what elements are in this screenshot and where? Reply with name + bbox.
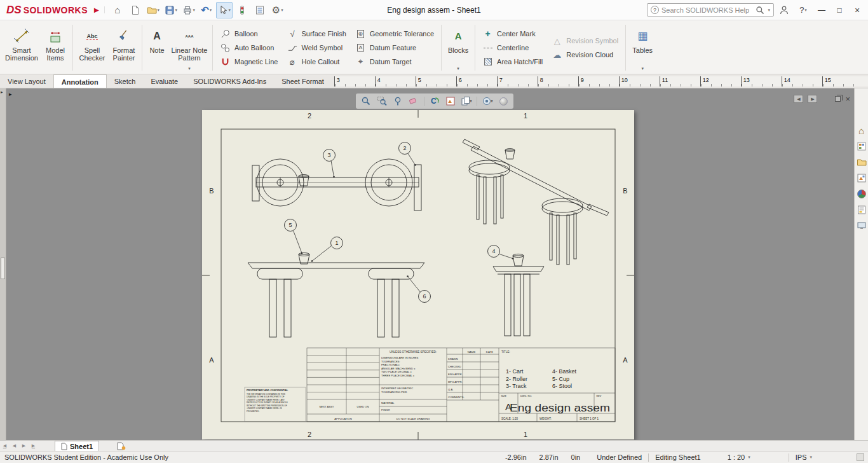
balloon-4[interactable]: 4 [488, 245, 514, 259]
datum-target-button[interactable]: ⌖Datum Target [351, 55, 438, 69]
weld-symbol-button[interactable]: Weld Symbol [283, 41, 351, 55]
tab-solidworks-add-ins[interactable]: SOLIDWORKS Add-Ins [186, 74, 274, 88]
home-button[interactable]: ⌂ [109, 2, 126, 18]
tab-view-layout[interactable]: View Layout [0, 74, 53, 88]
solidworks-resources-button[interactable]: ⌂ [855, 124, 868, 137]
search-icon[interactable] [756, 6, 764, 15]
balloon-1[interactable]: 1 [311, 237, 343, 262]
solidworks-forum-button[interactable] [855, 219, 868, 232]
open-button[interactable]: ▾ [145, 2, 161, 18]
smart-dimension-button[interactable]: Smart Dimension [3, 23, 41, 73]
zoom-to-fit-button[interactable] [359, 95, 373, 107]
previous-view-button[interactable] [407, 95, 421, 107]
unit-system-dropdown[interactable]: IPS ▾ [796, 453, 812, 461]
tab-annotation[interactable]: Annotation [53, 74, 107, 88]
print-button[interactable]: ▾ [180, 2, 197, 18]
custom-properties-button[interactable] [855, 204, 868, 216]
menu-expand-arrow-icon[interactable]: ▶ [92, 6, 105, 13]
next-sheet-nav-icon[interactable]: ▶ [19, 443, 29, 448]
revision-cloud-button[interactable]: ☁Revision Cloud [547, 48, 623, 62]
hole-callout-button[interactable]: ⌀Hole Callout [283, 55, 351, 69]
first-sheet-nav-icon[interactable]: ◀ [0, 443, 10, 448]
blocks-button[interactable]: A Blocks ▾ [444, 23, 472, 73]
pattern-flyout-caret-icon[interactable]: ▾ [188, 65, 191, 73]
feature-tree-splitter[interactable]: ▸ [0, 88, 6, 440]
command-tab-row: View Layout Annotation Sketch Evaluate S… [0, 74, 868, 88]
area-hatch-fill-button[interactable]: Area Hatch/Fill [478, 55, 547, 69]
svg-text:1: 1 [524, 112, 527, 120]
svg-text:TWO PLACE DECIMAL ±: TWO PLACE DECIMAL ± [381, 370, 412, 373]
tab-sheet-format[interactable]: Sheet Format [274, 74, 332, 88]
sheet1-tab[interactable]: Sheet1 [55, 441, 99, 451]
balloon-5[interactable]: 5 [285, 219, 303, 254]
view-palette-button[interactable] [444, 95, 458, 107]
balloon-6[interactable]: 6 [407, 275, 430, 302]
help-button[interactable]: ?▾ [795, 2, 811, 18]
blocks-flyout-caret-icon[interactable]: ▾ [457, 65, 459, 73]
model-items-icon [47, 26, 64, 46]
close-button[interactable]: × [849, 3, 865, 18]
drawing-sheet[interactable]: 2 1 2 1 B A B A [202, 110, 634, 439]
drawing-viewport[interactable]: ▸ C ▾ ▾ ◀ ▶ × [6, 88, 854, 440]
coordinate-z: 0in [571, 453, 581, 461]
tables-button[interactable]: ▦ Tables ▾ [628, 23, 656, 73]
balloon-button[interactable]: Balloon [215, 27, 283, 41]
center-mark-button[interactable]: +Center Mark [478, 27, 547, 41]
close-document-icon[interactable]: × [845, 94, 850, 104]
undo-button[interactable]: ↶▾ [198, 2, 215, 18]
view-palette-pane-button[interactable] [855, 172, 868, 184]
tables-flyout-caret-icon[interactable]: ▾ [641, 65, 644, 73]
balloon-3[interactable]: 3 [323, 149, 336, 178]
appearances-button[interactable] [855, 188, 868, 200]
status-expand-icon[interactable] [857, 453, 864, 461]
format-painter-button[interactable]: Format Painter [109, 23, 139, 73]
geometric-tolerance-button[interactable]: ⊕Geometric Tolerance [351, 27, 438, 41]
login-button[interactable] [776, 2, 792, 18]
task-pane: ⌂ [854, 88, 868, 440]
rebuild-button[interactable] [234, 2, 250, 18]
flyout-featuremanager-icon[interactable]: ▸ [9, 91, 12, 97]
select-tool-button[interactable]: ▾ [216, 2, 233, 18]
svg-text:B: B [209, 187, 214, 195]
svg-text:1: 1 [335, 240, 338, 246]
zoom-in-out-button[interactable] [391, 95, 405, 107]
maximize-button[interactable]: □ [831, 3, 848, 18]
model-items-button[interactable]: Model Items [41, 23, 70, 73]
centerline-button[interactable]: Centerline [478, 41, 547, 55]
linear-note-pattern-button[interactable]: AAA Linear Note Pattern ▾ [169, 23, 210, 73]
file-properties-button[interactable] [252, 2, 268, 18]
datum-feature-button[interactable]: ADatum Feature [351, 41, 438, 55]
file-explorer-button[interactable] [855, 156, 868, 169]
minimize-button[interactable]: — [813, 3, 830, 18]
spell-checker-button[interactable]: Abc Spell Checker [76, 23, 109, 73]
note-button[interactable]: A Note [145, 23, 169, 73]
last-sheet-nav-icon[interactable]: ▶ [29, 443, 38, 448]
coordinate-y: 2.87in [539, 453, 559, 461]
sheet-scale-dropdown[interactable]: 1 : 20 ▾ [728, 453, 750, 461]
magnetic-line-button[interactable]: Magnetic Line [215, 55, 283, 69]
restore-document-icon[interactable] [835, 96, 841, 102]
tab-evaluate[interactable]: Evaluate [143, 74, 186, 88]
revision-symbol-button[interactable]: △Revision Symbol [547, 34, 623, 48]
auto-balloon-button[interactable]: Auto Balloon [215, 41, 283, 55]
options-button[interactable]: ⚙▾ [269, 2, 286, 18]
surface-finish-button[interactable]: √Surface Finish [283, 27, 351, 41]
help-search-box[interactable]: ? ▾ [647, 3, 774, 17]
next-sheet-icon[interactable]: ▶ [808, 95, 817, 103]
previous-sheet-nav-icon[interactable]: ◀ [10, 443, 19, 448]
3d-drawing-view-button[interactable]: C [428, 95, 442, 107]
ruler-mark: 11 [660, 76, 700, 86]
search-input[interactable] [661, 6, 753, 14]
splitter-handle[interactable] [1, 258, 5, 279]
view-settings-button[interactable]: ▾ [480, 95, 494, 107]
new-document-button[interactable] [127, 2, 144, 18]
zoom-to-area-button[interactable] [375, 95, 389, 107]
previous-sheet-icon[interactable]: ◀ [794, 95, 803, 103]
design-library-button[interactable] [855, 140, 868, 153]
save-button[interactable]: ▾ [163, 2, 179, 18]
hide-show-items-button[interactable] [496, 95, 510, 107]
tab-sketch[interactable]: Sketch [107, 74, 144, 88]
copy-settings-button[interactable]: ▾ [459, 95, 473, 107]
search-caret-icon[interactable]: ▾ [768, 8, 770, 13]
add-sheet-button[interactable] [117, 442, 126, 450]
